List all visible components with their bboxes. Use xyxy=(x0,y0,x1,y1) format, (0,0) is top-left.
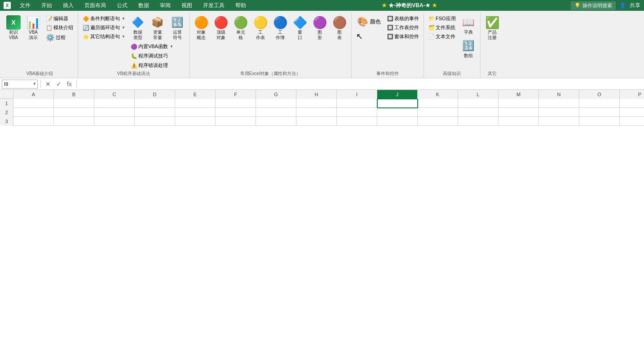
cell-e3[interactable] xyxy=(175,117,216,126)
share-label[interactable]: 共享 xyxy=(630,2,640,9)
btn-data-type[interactable]: 🔷 数据类型 xyxy=(129,14,147,41)
cell-b1[interactable] xyxy=(54,99,94,108)
cell-d3[interactable] xyxy=(135,117,175,126)
cell-n1[interactable] xyxy=(539,99,579,108)
btn-workbook-control[interactable]: 🔲 工作表控件 xyxy=(385,23,421,32)
row-num-1[interactable]: 1 xyxy=(0,99,13,108)
btn-condition[interactable]: 🔶 条件判断语句 ▼ xyxy=(81,14,127,23)
menu-formula[interactable]: 公式 xyxy=(115,2,129,9)
cell-l2[interactable] xyxy=(458,108,498,117)
cell-j1[interactable] xyxy=(377,99,418,108)
col-header-d[interactable]: D xyxy=(135,90,175,99)
cell-l3[interactable] xyxy=(458,117,498,126)
formula-cancel-btn[interactable]: ✕ xyxy=(44,80,53,88)
btn-fso[interactable]: 📁 FSO应用 xyxy=(427,14,458,23)
menu-view[interactable]: 视图 xyxy=(180,2,194,9)
menu-data[interactable]: 数据 xyxy=(137,2,151,9)
cell-e1[interactable] xyxy=(175,99,216,108)
cell-n3[interactable] xyxy=(539,117,579,126)
menu-insert[interactable]: 插入 xyxy=(61,2,75,9)
cell-p2[interactable] xyxy=(620,108,644,117)
menu-help[interactable]: 帮助 xyxy=(234,2,248,9)
btn-filesystem[interactable]: 🗂️ 文件系统 xyxy=(427,23,458,32)
col-header-a[interactable]: A xyxy=(13,90,54,99)
cell-e2[interactable] xyxy=(175,108,216,117)
btn-vba-demo[interactable]: 📊 VBA演示 xyxy=(24,14,42,41)
btn-obj-concept[interactable]: 🟠 对象概念 xyxy=(192,14,210,41)
menu-page-layout[interactable]: 页面布局 xyxy=(83,2,108,9)
name-box[interactable]: I9 ▼ xyxy=(2,80,38,89)
cell-h3[interactable] xyxy=(296,117,337,126)
formula-confirm-btn[interactable]: ✓ xyxy=(54,80,63,88)
menu-review[interactable]: 审阅 xyxy=(158,2,172,9)
btn-module-intro[interactable]: 📋 模块介绍 xyxy=(44,23,75,32)
btn-editor[interactable]: 📝 编辑器 xyxy=(44,14,75,23)
btn-product-reg[interactable]: ✅ 产品注册 xyxy=(483,14,501,41)
cell-b3[interactable] xyxy=(54,117,94,126)
col-header-o[interactable]: O xyxy=(579,90,620,99)
btn-window[interactable]: 🔷 窗口 xyxy=(291,14,309,41)
cell-n2[interactable] xyxy=(539,108,579,117)
btn-variable[interactable]: 📦 变量常量 xyxy=(149,14,167,41)
menu-home[interactable]: 开始 xyxy=(40,2,54,9)
col-header-p[interactable]: P xyxy=(620,90,644,99)
cell-l1[interactable] xyxy=(458,99,498,108)
btn-cell[interactable]: 🟢 单元格 xyxy=(232,14,250,41)
cell-c2[interactable] xyxy=(94,108,135,117)
col-header-h[interactable]: H xyxy=(296,90,337,99)
btn-debug[interactable]: 🐛 程序调试技巧 xyxy=(129,52,170,60)
col-header-l[interactable]: L xyxy=(458,90,498,99)
btn-other-struct[interactable]: ⭐ 其它结构语句 ▼ xyxy=(81,32,127,41)
btn-error-handle[interactable]: ⚠️ 程序错误处理 xyxy=(129,61,170,70)
col-header-i[interactable]: I xyxy=(337,90,377,99)
cell-a2[interactable] xyxy=(13,108,54,117)
cell-c1[interactable] xyxy=(94,99,135,108)
cell-f2[interactable] xyxy=(216,108,256,117)
col-header-j[interactable]: J xyxy=(377,90,418,99)
cell-o3[interactable] xyxy=(579,117,620,126)
cell-o2[interactable] xyxy=(579,108,620,117)
btn-color[interactable]: 🎨 颜色 xyxy=(354,14,384,29)
btn-builtin-vba[interactable]: 🟣 内置VBA函数 ▼ xyxy=(129,42,175,51)
col-header-g[interactable]: G xyxy=(256,90,296,99)
col-header-k[interactable]: K xyxy=(418,90,458,99)
cell-k2[interactable] xyxy=(418,108,458,117)
menu-developer[interactable]: 开发工具 xyxy=(201,2,226,9)
row-num-3[interactable]: 3 xyxy=(0,117,13,126)
cell-k3[interactable] xyxy=(418,117,458,126)
cell-j3[interactable] xyxy=(377,117,418,126)
cell-h2[interactable] xyxy=(296,108,337,117)
btn-numgroup[interactable]: 🔢 数组 xyxy=(459,38,477,59)
cell-j2[interactable] xyxy=(377,108,418,117)
menu-file[interactable]: 文件 xyxy=(18,2,32,9)
btn-top-obj[interactable]: 🔴 顶级对象 xyxy=(212,14,230,41)
formula-fx-btn[interactable]: fx xyxy=(65,80,74,88)
row-num-2[interactable]: 2 xyxy=(0,108,13,117)
col-header-c[interactable]: C xyxy=(94,90,135,99)
cell-g2[interactable] xyxy=(256,108,296,117)
btn-shape[interactable]: 🟣 图形 xyxy=(311,14,329,41)
cell-k1[interactable] xyxy=(418,99,458,108)
col-header-m[interactable]: M xyxy=(498,90,539,99)
cell-c3[interactable] xyxy=(94,117,135,126)
col-header-f[interactable]: F xyxy=(216,90,256,99)
cell-m2[interactable] xyxy=(498,108,539,117)
cell-m3[interactable] xyxy=(498,117,539,126)
cell-i3[interactable] xyxy=(337,117,377,126)
cell-o1[interactable] xyxy=(579,99,620,108)
cell-i1[interactable] xyxy=(337,99,377,108)
btn-chart[interactable]: 🟤 图表 xyxy=(331,14,348,41)
cell-b2[interactable] xyxy=(54,108,94,117)
cell-i2[interactable] xyxy=(337,108,377,117)
cell-g3[interactable] xyxy=(256,117,296,126)
cell-f3[interactable] xyxy=(216,117,256,126)
btn-loop[interactable]: 🔄 遍历循环语句 ▼ xyxy=(81,23,127,32)
cell-f1[interactable] xyxy=(216,99,256,108)
btn-window-control[interactable]: 🔲 窗体和控件 xyxy=(385,32,421,41)
btn-initial-vba[interactable]: X 初识VBA xyxy=(4,14,22,41)
btn-procedure[interactable]: ⚙️ 过程 xyxy=(44,32,75,43)
btn-textfile[interactable]: 📄 文本文件 xyxy=(427,32,458,41)
cell-d2[interactable] xyxy=(135,108,175,117)
cell-g1[interactable] xyxy=(256,99,296,108)
cell-p1[interactable] xyxy=(620,99,644,108)
